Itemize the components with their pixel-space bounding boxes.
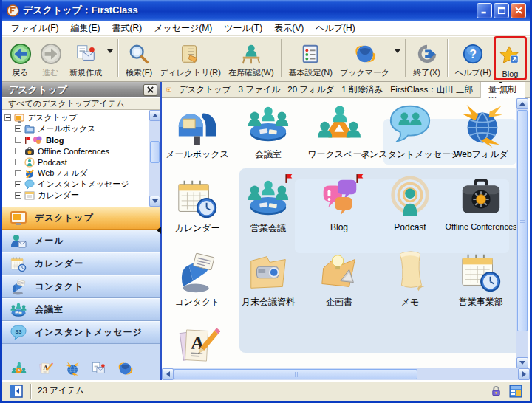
splitter-collapse-icon[interactable]	[157, 227, 161, 234]
presence-icon	[239, 43, 262, 66]
desktop-item-mailbox[interactable]: メールボックス	[162, 102, 233, 176]
item-label: 企画書	[326, 296, 352, 309]
tree-item-webfolder[interactable]: Webフォルダ	[15, 168, 160, 179]
presence-button[interactable]: 在席確認(W)	[225, 38, 278, 79]
desktop-item-podcast[interactable]: Podcast	[375, 176, 446, 249]
chevron-down-icon[interactable]	[107, 49, 113, 53]
workspace-shortcut-icon[interactable]	[11, 361, 27, 376]
projector-folder-icon	[245, 249, 291, 295]
tree-item-instant-message[interactable]: インスタントメッセージ	[15, 179, 160, 190]
document-shortcut-icon[interactable]: A	[38, 361, 53, 376]
flag-icon	[24, 136, 31, 145]
layout-panel-icon[interactable]	[509, 385, 522, 398]
desktop-item-documents[interactable]: A ドキュメント	[162, 323, 233, 368]
desktop-item-instant-message[interactable]: インスタントメッセージ	[375, 102, 446, 176]
panel-toggle-icon[interactable]	[10, 385, 23, 398]
desktop-item-workspace[interactable]: ワークスペース	[304, 102, 375, 176]
menu-view[interactable]: 表示(V)	[268, 21, 310, 36]
scrollbar-thumb[interactable]	[174, 369, 417, 379]
scrollbar-thumb[interactable]	[517, 110, 528, 331]
desktop-item-monthly-materials[interactable]: 月末会議資料	[233, 249, 304, 323]
sidebar-item-label: コンタクト	[35, 280, 83, 293]
exit-button[interactable]: 終了(X)	[409, 38, 444, 79]
blog-button-highlighted[interactable]: Blog	[495, 38, 525, 79]
help-button[interactable]: ? ヘルプ(H)	[451, 38, 495, 79]
preferences-button[interactable]: 基本設定(N)	[285, 38, 336, 79]
tree-scrollbar[interactable]	[149, 110, 160, 207]
scrollbar-thumb[interactable]	[150, 141, 160, 163]
item-label: メールボックス	[166, 148, 229, 161]
sidebar-item-desktop[interactable]: デスクトップ	[2, 207, 160, 230]
scroll-down-icon[interactable]	[149, 196, 160, 207]
sidebar-item-conference[interactable]: 会議室	[2, 298, 160, 321]
item-label: 営業事業部	[459, 296, 503, 309]
search-button[interactable]: 検索(F)	[122, 38, 156, 79]
desktop-item-offline-conferences[interactable]: Offline Conferences	[446, 176, 516, 249]
sidebar-item-contacts[interactable]: コンタクト	[2, 275, 160, 298]
forward-label: 進む	[42, 67, 58, 78]
calendar-mini-icon	[24, 190, 35, 201]
document-icon: A	[174, 323, 220, 368]
tree-item-blog[interactable]: Blog	[15, 134, 160, 145]
scroll-left-icon[interactable]	[162, 368, 174, 380]
forward-button[interactable]: 進む	[35, 38, 66, 79]
notes-shortcut-icon[interactable]	[91, 361, 106, 376]
account-name: FirstClass：山田 三郎	[390, 84, 473, 95]
folder-count: 20 フォルダ	[287, 84, 334, 95]
expand-icon[interactable]	[15, 137, 21, 143]
horizontal-scrollbar[interactable]	[162, 368, 530, 380]
sidebar-item-mail[interactable]: メール	[2, 230, 160, 252]
expand-icon[interactable]	[15, 170, 21, 176]
close-button[interactable]	[511, 3, 526, 18]
desktop-item-calendar[interactable]: カレンダー	[162, 176, 233, 249]
desktop-item-memo[interactable]: メモ	[375, 249, 446, 323]
back-button[interactable]: 戻る	[5, 38, 35, 79]
vertical-scrollbar[interactable]	[516, 98, 528, 368]
desktop-icon-area: メールボックス 会議室 ワークスペース インスタントメッセージ	[162, 98, 516, 368]
maximize-button[interactable]	[494, 3, 509, 18]
desktop-item-blog[interactable]: Blog	[304, 176, 375, 249]
expand-icon[interactable]	[15, 159, 21, 165]
menu-help[interactable]: ヘルプ(H)	[310, 21, 361, 36]
menu-file[interactable]: ファイル(F)	[5, 21, 64, 36]
web-shortcut-icon[interactable]	[117, 361, 133, 376]
tree-item-podcast[interactable]: Podcast	[15, 156, 160, 168]
tree-item-offline-conferences[interactable]: Offline Conferences	[15, 145, 160, 156]
tree-item-desktop[interactable]: デスクトップ	[4, 112, 160, 123]
scroll-down-icon[interactable]	[516, 357, 528, 368]
desktop-item-sales-meeting[interactable]: 営業会議	[233, 176, 304, 249]
tree-item-mailbox[interactable]: メールボックス	[15, 123, 160, 134]
chevron-down-icon[interactable]	[395, 49, 400, 53]
desktop-mini-icon	[166, 84, 171, 95]
menu-edit[interactable]: 編集(E)	[64, 21, 106, 36]
sidebar-item-calendar[interactable]: カレンダー	[2, 252, 160, 275]
directory-button[interactable]: ディレクトリ(R)	[156, 38, 225, 79]
menu-format[interactable]: 書式(R)	[106, 21, 148, 36]
expand-icon[interactable]	[15, 181, 21, 187]
expand-icon[interactable]	[15, 125, 21, 132]
desktop-item-sales-division[interactable]: 営業事業部	[446, 249, 516, 323]
desktop-item-contacts[interactable]: コンタクト	[162, 249, 233, 323]
panel-title: デスクトップ	[8, 83, 143, 97]
minimize-button[interactable]	[477, 3, 492, 18]
menu-tools[interactable]: ツール(T)	[218, 21, 268, 36]
tree-item-calendar[interactable]: カレンダー	[15, 190, 160, 201]
desktop-item-proposal[interactable]: 企画書	[304, 249, 375, 323]
sidebar-item-instant-message[interactable]: 33 インスタントメッセージ	[2, 321, 160, 344]
conference-icon	[245, 102, 291, 148]
scroll-up-icon[interactable]	[149, 110, 160, 121]
desktop-item-webfolder[interactable]: Webフォルダ	[446, 102, 516, 176]
scroll-up-icon[interactable]	[516, 98, 528, 109]
scroll-right-icon[interactable]	[518, 368, 530, 380]
bookmark-button[interactable]: ブックマーク	[336, 38, 393, 79]
collapse-icon[interactable]	[4, 114, 11, 121]
desktop-item-conference[interactable]: 会議室	[233, 102, 304, 176]
menu-message[interactable]: メッセージ(M)	[148, 21, 218, 36]
new-button[interactable]: 新規作成	[66, 38, 106, 79]
panel-close-button[interactable]	[143, 84, 157, 96]
expand-icon[interactable]	[15, 192, 21, 199]
webfolder-shortcut-icon[interactable]	[64, 361, 80, 376]
expand-icon[interactable]	[15, 148, 21, 154]
globe-mini-icon	[24, 168, 35, 179]
sidebar-filler: A	[2, 344, 160, 380]
